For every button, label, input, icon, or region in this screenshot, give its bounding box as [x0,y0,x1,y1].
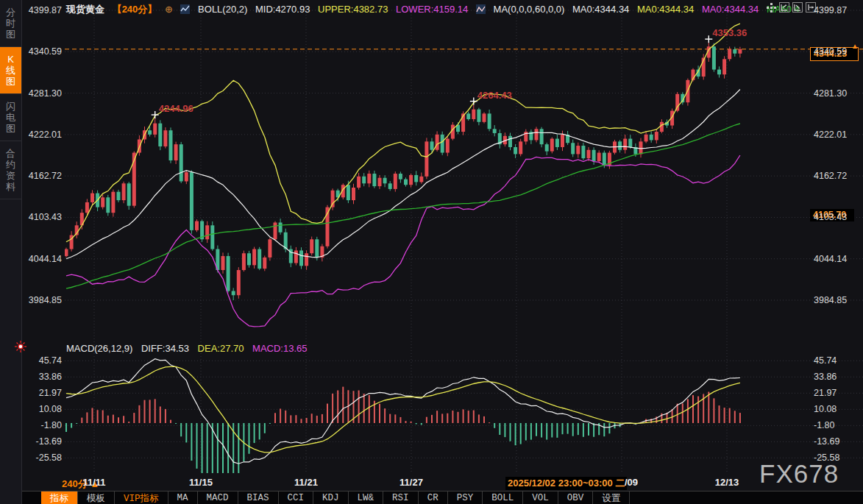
x-axis-label-1: 11/15 [189,477,213,488]
price-axis-label-right: 4162.72 [814,171,850,181]
macd-axis-label-right: -1.80 [814,420,850,430]
crosshair-tool-icon[interactable]: ⊕ [165,4,173,15]
sidebar-tab-0[interactable]: 分时图 [0,0,21,47]
macd-axis-label-right: -25.58 [814,452,850,463]
axis-scale-down-icon[interactable] [792,2,803,13]
macd-axis-label-left: 33.86 [25,372,62,382]
price-axis-label-left: 4162.72 [25,171,62,181]
bottom-tab-14[interactable]: OBV [558,491,594,504]
timeframe-label: 【240分】 [113,4,157,15]
bottom-tab-9[interactable]: RSI [383,491,419,504]
macd-axis-label-left: -1.80 [25,420,62,430]
svg-text:4264.43: 4264.43 [477,90,512,101]
macd-axis-label-right: 45.74 [814,355,850,366]
chart-type-sidebar: 分时图K线图闪电图合约资料 [0,0,22,504]
macd-axis-label-right: 33.86 [814,372,850,382]
live-quote-blinker-icon [15,341,26,355]
price-axis-label-left: 4281.30 [25,88,62,99]
price-axis-label-left: 4103.43 [25,212,62,222]
macd-axis-label-left: 10.08 [25,404,62,414]
ma0-white-value: MA0:4344.34 [572,4,629,15]
price-axis-label-right: 4340.59 [814,46,850,57]
macd-axis-label-left: -13.69 [25,436,62,447]
price-axis-label-right: 4103.43 [814,212,850,222]
bottom-tab-3[interactable]: MA [168,491,198,504]
chart-plot-area[interactable]: 4244.964264.434353.36 [65,0,863,491]
sidebar-tab-2[interactable]: 闪电图 [0,94,21,141]
trading-app-window: 分时图K线图闪电图合约资料 4244.964264.434353.36 现货黄金… [0,0,863,504]
boll-label: BOLL(20,2) [198,4,247,15]
price-axis-label-right: 3984.85 [814,295,850,305]
bottom-tab-10[interactable]: CR [419,491,448,504]
price-axis-label-right: 4281.30 [814,88,850,99]
bottom-tab-13[interactable]: VOL [523,491,558,504]
price-axis-label-left: 3984.85 [25,295,62,305]
macd-header: MACD(26,12,9) DIFF:34.53 DEA:27.70 MACD:… [66,343,313,354]
ma0-yellow-value: MA0:4344.34 [637,4,694,15]
bottom-tab-0[interactable]: 指标 [41,491,78,504]
axis-scale-up-icon[interactable] [779,2,789,13]
boll-lower-value: LOWER:4159.14 [396,4,468,15]
macd-macd-value: MACD:13.65 [252,343,307,354]
macd-params-label: MACD(26,12,9) [66,343,132,354]
x-axis-label-3: 11/27 [399,477,423,488]
x-axis-label-4: /09 [625,477,638,488]
macd-diff-value: DIFF:34.53 [141,343,189,354]
bottom-tab-12[interactable]: BOLL [483,491,523,504]
price-axis-label-right: 4399.87 [814,5,850,15]
ma-label: MA(0,0,0,60,0,0) [494,4,565,15]
svg-text:4244.96: 4244.96 [159,103,193,114]
price-axis-label-right: 4044.14 [814,254,850,264]
bottom-tab-11[interactable]: PSY [448,491,483,504]
ma-indicator-icon[interactable] [476,4,486,14]
x-axis-label-5: 12/13 [715,477,739,488]
price-axis-label-left: 4399.87 [25,5,62,15]
bottom-tab-7[interactable]: KDJ [313,491,349,504]
chart-toolbar [766,2,816,13]
boll-upper-value: UPPER:4382.73 [318,4,388,15]
macd-axis-label-left: -25.58 [25,452,62,463]
symbol-name: 现货黄金 [66,4,104,15]
svg-text:4353.36: 4353.36 [712,27,747,38]
price-axis-label-left: 4222.01 [25,129,62,140]
sidebar-tab-1[interactable]: K线图 [0,47,21,94]
bar-time-tooltip: 2025/12/02 23:00~03:00 二 [505,477,627,490]
bottom-tab-5[interactable]: BIAS [238,491,279,504]
macd-dea-value: DEA:27.70 [198,343,244,354]
fx678-watermark: FX678 [759,459,839,489]
x-axis-label-0: 11/11 [82,477,105,488]
macd-axis-label-left: 21.97 [25,388,62,398]
pan-tool-icon[interactable] [766,2,776,13]
sidebar-tab-3[interactable]: 合约资料 [0,141,21,199]
macd-axis-label-right: 21.97 [814,388,850,398]
ma0-magenta-value: MA0:4344.34 [702,4,759,15]
macd-axis-label-right: -13.69 [814,436,850,447]
bottom-tab-4[interactable]: MACD [198,491,238,504]
indicator-tabbar: 指标模板VIP指标MAMACDBIASCCIKDJLW&RSICRPSYBOLL… [22,491,863,504]
bottom-tab-6[interactable]: CCI [279,491,314,504]
boll-mid-value: MID:4270.93 [255,4,310,15]
bottom-tab-1[interactable]: 模板 [78,491,115,504]
price-arrow-marker-icon: ▲ [851,43,859,50]
price-axis-label-right: 4222.01 [814,129,850,140]
price-axis-label-left: 4340.59 [25,46,62,57]
chart-header: 现货黄金 【240分】 ⊕ BOLL(20,2) MID:4270.93 UPP… [66,3,805,16]
x-axis-label-2: 11/21 [294,477,318,488]
macd-axis-label-left: 45.74 [25,355,62,366]
bottom-tab-15[interactable]: 设置 [593,491,630,504]
bottom-tab-8[interactable]: LW& [349,491,384,504]
macd-axis-label-right: 10.08 [814,404,850,414]
bottom-tab-2[interactable]: VIP指标 [115,491,168,504]
price-axis-label-left: 4044.14 [25,254,62,264]
boll-indicator-icon[interactable] [180,4,190,14]
